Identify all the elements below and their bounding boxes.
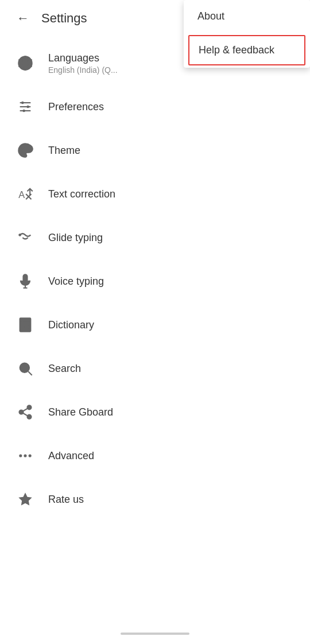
settings-item-glide-typing[interactable]: Glide typing (0, 216, 310, 259)
settings-item-share-gboard[interactable]: Share Gboard (0, 390, 310, 434)
search-label: Search (48, 363, 81, 375)
svg-text:A: A (18, 189, 25, 200)
book-icon (11, 311, 39, 339)
svg-point-12 (22, 148, 24, 150)
page-title: Settings (41, 11, 87, 26)
palette-icon (11, 137, 39, 164)
svg-point-37 (29, 454, 32, 457)
svg-point-9 (26, 106, 29, 108)
svg-point-28 (20, 363, 29, 373)
svg-point-36 (24, 454, 26, 457)
svg-point-30 (28, 405, 32, 409)
dictionary-label: Dictionary (48, 319, 94, 331)
back-arrow-icon: ← (17, 11, 29, 26)
rate-us-label: Rate us (48, 494, 84, 506)
back-button[interactable]: ← (11, 7, 34, 30)
settings-item-rate-us[interactable]: Rate us (0, 478, 310, 521)
glide-typing-label: Glide typing (48, 232, 103, 244)
globe-icon (11, 49, 39, 77)
svg-line-34 (23, 409, 28, 412)
svg-point-32 (28, 415, 32, 419)
svg-point-13 (24, 146, 26, 148)
settings-item-theme[interactable]: Theme (0, 129, 310, 172)
settings-item-search[interactable]: Search (0, 347, 310, 390)
settings-item-text-correction[interactable]: A Text correction (0, 172, 310, 216)
svg-point-8 (21, 102, 24, 104)
bottom-home-indicator (121, 633, 189, 635)
dropdown-item-help-feedback[interactable]: Help & feedback (188, 35, 305, 65)
languages-label: Languages (48, 52, 118, 64)
preferences-label: Preferences (48, 101, 104, 113)
svg-point-11 (21, 151, 23, 153)
svg-line-33 (23, 413, 28, 416)
svg-point-35 (19, 454, 22, 457)
search-icon (11, 355, 39, 382)
share-icon (11, 398, 39, 426)
advanced-label: Advanced (48, 450, 94, 462)
voice-typing-label: Voice typing (48, 276, 104, 288)
svg-point-14 (27, 148, 29, 150)
settings-item-preferences[interactable]: Preferences (0, 85, 310, 129)
theme-label: Theme (48, 145, 80, 157)
svg-rect-23 (20, 318, 31, 331)
svg-point-31 (20, 410, 24, 414)
advanced-icon (11, 442, 39, 470)
microphone-icon (11, 267, 39, 295)
share-gboard-label: Share Gboard (48, 406, 113, 418)
svg-point-19 (18, 234, 21, 236)
text-correction-label: Text correction (48, 188, 115, 200)
text-correction-icon: A (11, 180, 39, 208)
settings-list: Languages English (India) (Q... Preferen… (0, 37, 310, 526)
dropdown-menu: About Help & feedback (184, 0, 310, 68)
glide-typing-icon (11, 224, 39, 251)
sliders-icon (11, 93, 39, 121)
svg-point-10 (22, 110, 25, 112)
settings-item-advanced[interactable]: Advanced (0, 434, 310, 478)
star-icon (11, 486, 39, 513)
dropdown-item-about[interactable]: About (184, 0, 310, 33)
languages-sublabel: English (India) (Q... (48, 65, 118, 75)
svg-line-29 (28, 371, 32, 375)
settings-item-dictionary[interactable]: Dictionary (0, 303, 310, 347)
settings-item-voice-typing[interactable]: Voice typing (0, 259, 310, 303)
svg-marker-38 (18, 492, 32, 505)
